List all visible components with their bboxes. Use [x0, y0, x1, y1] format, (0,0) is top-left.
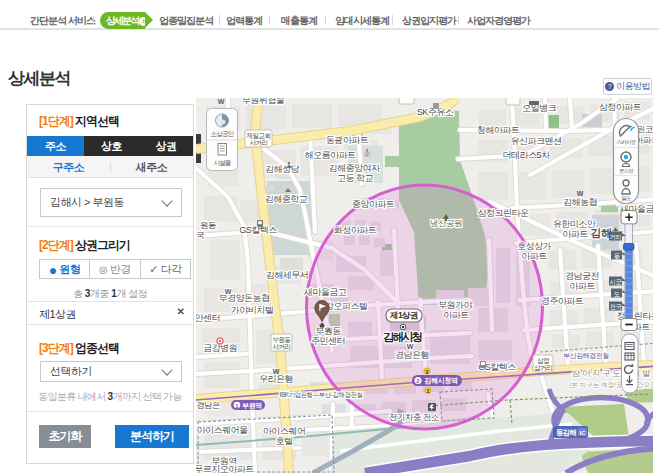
svg-text:W: W [407, 343, 414, 350]
svg-text:시군: 시군 [610, 278, 622, 285]
svg-text:밀도: 밀도 [621, 195, 632, 201]
svg-text:W: W [577, 190, 584, 197]
svg-text:린코: 린코 [637, 124, 653, 134]
svg-text:우리은행: 우리은행 [259, 374, 293, 384]
svg-text:김해세무서: 김해세무서 [266, 270, 309, 280]
svg-text:⛪: ⛪ [363, 148, 372, 157]
svg-text:IC: IC [580, 430, 587, 436]
svg-text:고등 학교: 고등 학교 [337, 173, 374, 183]
svg-text:(본 지구는 예정/공사 구간으로): (본 지구는 예정/공사 구간으로) [569, 381, 653, 389]
svg-text:주민센터: 주민센터 [311, 336, 345, 346]
svg-text:김해시청: 김해시청 [383, 331, 423, 343]
svg-text:부산김해경전철: 부산김해경전철 [563, 352, 609, 360]
svg-text:호성상가: 호성상가 [517, 241, 552, 251]
svg-text:새마을금고: 새마을금고 [304, 287, 347, 297]
svg-text:김해성당: 김해성당 [265, 164, 300, 174]
svg-text:오일뱅크: 오일뱅크 [522, 103, 557, 113]
svg-text:동: 동 [614, 252, 620, 259]
svg-text:W: W [273, 368, 280, 375]
svg-text:원동: 원동 [200, 220, 216, 230]
svg-text:IBK기업은행—부산-김해경전철: IBK기업은행—부산-김해경전철 [279, 391, 362, 399]
svg-text:로드뷰: 로드뷰 [619, 168, 634, 174]
svg-text:김해: 김해 [591, 227, 612, 239]
svg-text:삼정그린타운: 삼정그린타운 [478, 208, 530, 218]
svg-text:부원위험물: 부원위험물 [242, 98, 285, 105]
svg-text:도: 도 [614, 290, 620, 297]
svg-text:김해농협: 김해농협 [563, 197, 597, 207]
svg-text:전기차충 전소: 전기차충 전소 [389, 412, 439, 422]
svg-text:전국: 전국 [610, 303, 622, 310]
svg-text:1: 1 [426, 388, 429, 394]
svg-text:2: 2 [425, 369, 428, 375]
svg-text:사거리: 사거리 [250, 139, 268, 146]
svg-text:경남은행: 경남은행 [395, 350, 429, 360]
svg-text:부원동: 부원동 [273, 336, 292, 343]
svg-text:아이스퀘어: 아이스퀘어 [263, 426, 306, 436]
svg-text:강오피스텔: 강오피스텔 [325, 301, 368, 311]
svg-text:청해아파트: 청해아파트 [477, 125, 520, 135]
svg-text:거리: 거리 [610, 233, 621, 240]
svg-text:스카이뷰: 스카이뷰 [617, 139, 637, 145]
svg-text:아파트: 아파트 [562, 229, 588, 239]
svg-text:삼정아파트: 삼정아파트 [599, 102, 642, 112]
svg-text:해오름아파트: 해오름아파트 [305, 150, 357, 160]
svg-text:아파트: 아파트 [569, 281, 595, 291]
svg-text:유한미소안: 유한미소안 [553, 219, 596, 229]
svg-text:김해시청역: 김해시청역 [424, 376, 458, 385]
svg-text:경주아파트: 경주아파트 [541, 296, 584, 306]
svg-text:김해중앙여자: 김해중앙여자 [329, 163, 382, 173]
svg-text:국: 국 [196, 230, 204, 240]
svg-text:유신파크맨션: 유신파크맨션 [511, 136, 562, 146]
svg-text:경남궁전: 경남궁전 [565, 271, 599, 281]
svg-text:김해중학교: 김해중학교 [265, 194, 308, 204]
svg-text:화성아파트: 화성아파트 [334, 225, 377, 235]
svg-text:호텔: 호텔 [276, 436, 293, 446]
svg-text:중앙아파트: 중앙아파트 [352, 199, 395, 209]
svg-text:제일교회: 제일교회 [247, 132, 271, 139]
svg-text:사거리: 사거리 [273, 343, 291, 350]
svg-text:시설물: 시설물 [213, 159, 231, 166]
svg-text:삼거리: 삼거리 [534, 364, 552, 371]
svg-text:아이스퀘어몰: 아이스퀘어몰 [197, 425, 249, 435]
svg-text:W: W [218, 98, 225, 105]
svg-text:경남은: 경남은 [196, 400, 220, 410]
svg-text:가야비치텔: 가야비치텔 [231, 305, 274, 315]
svg-text:치안센터: 치안센터 [196, 313, 220, 323]
svg-text:푸르지오아파트: 푸르지오아파트 [196, 464, 254, 473]
svg-text:삼어지구도시개발: 삼어지구도시개발 [572, 368, 652, 378]
svg-text:아파트: 아파트 [443, 310, 469, 320]
svg-text:부원역: 부원역 [242, 402, 262, 410]
svg-text:동광아파트: 동광아파트 [326, 135, 369, 145]
svg-text:소상공인: 소상공인 [211, 130, 234, 138]
svg-text:부원가야: 부원가야 [438, 300, 474, 310]
svg-text:동김해: 동김해 [556, 428, 576, 437]
svg-text:제1상권: 제1상권 [389, 310, 418, 320]
svg-text:아파트: 아파트 [521, 251, 547, 261]
svg-text:더테라스5차: 더테라스5차 [502, 150, 551, 160]
svg-text:W: W [225, 288, 232, 295]
